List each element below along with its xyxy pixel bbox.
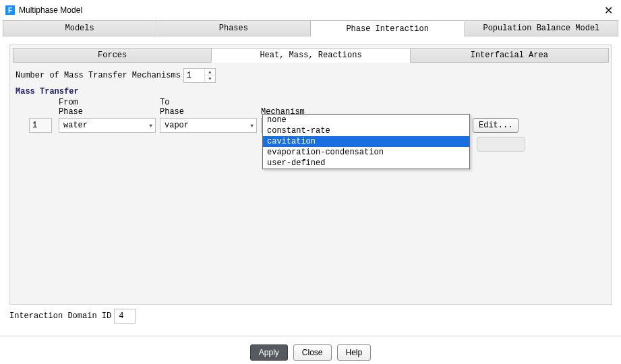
row-index: 1 bbox=[29, 118, 52, 133]
domain-id-value: 4 bbox=[119, 311, 123, 321]
main-tabs: Models Phases Phase Interaction Populati… bbox=[3, 20, 618, 36]
mechanism-option-constant-rate[interactable]: constant-rate bbox=[263, 125, 469, 136]
edit-button[interactable]: Edit... bbox=[473, 118, 519, 133]
to-phase-value: vapor bbox=[165, 121, 250, 130]
from-phase-combo[interactable]: water ▼ bbox=[59, 118, 156, 133]
domain-id-field[interactable]: 4 bbox=[114, 309, 136, 324]
close-icon[interactable]: ✕ bbox=[601, 4, 616, 17]
header-to-2: Phase bbox=[160, 107, 261, 117]
subtab-heat-mass-reactions[interactable]: Heat, Mass, Reactions bbox=[211, 48, 410, 63]
apply-button[interactable]: Apply bbox=[250, 344, 288, 361]
titlebar: F Multiphase Model ✕ bbox=[0, 0, 621, 20]
tab-phase-interaction[interactable]: Phase Interaction bbox=[311, 22, 465, 36]
mechanism-option-user-defined[interactable]: user-defined bbox=[263, 158, 469, 169]
header-to-1: To bbox=[160, 98, 261, 107]
mass-transfer-section-title: Mass Transfer bbox=[16, 87, 605, 96]
spinner-up-icon[interactable]: ▲ bbox=[205, 69, 215, 76]
chevron-down-icon: ▼ bbox=[149, 123, 152, 129]
subtab-interfacial-area[interactable]: Interfacial Area bbox=[410, 48, 609, 63]
window-title: Multiphase Model bbox=[19, 5, 601, 15]
mechanism-count-label: Number of Mass Transfer Mechanisms bbox=[16, 71, 181, 80]
app-icon: F bbox=[5, 5, 15, 15]
header-from-1: From bbox=[59, 98, 160, 107]
button-bar: Apply Close Help bbox=[0, 336, 621, 361]
subtab-forces[interactable]: Forces bbox=[13, 48, 212, 63]
spinner-down-icon[interactable]: ▼ bbox=[205, 76, 215, 83]
panel-body: Number of Mass Transfer Mechanisms ▲ ▼ M… bbox=[13, 63, 608, 154]
main-panel: Forces Heat, Mass, Reactions Interfacial… bbox=[9, 44, 612, 305]
mechanism-dropdown[interactable]: none constant-rate cavitation evaporatio… bbox=[262, 114, 470, 169]
mechanism-option-cavitation[interactable]: cavitation bbox=[263, 136, 469, 147]
tab-models[interactable]: Models bbox=[3, 21, 156, 36]
header-from-2: Phase bbox=[59, 107, 160, 117]
tab-population-balance[interactable]: Population Balance Model bbox=[465, 21, 618, 36]
to-phase-combo[interactable]: vapor ▼ bbox=[160, 118, 257, 133]
sub-tabs: Forces Heat, Mass, Reactions Interfacial… bbox=[13, 48, 608, 63]
mechanism-option-evaporation-condensation[interactable]: evaporation-condensation bbox=[263, 147, 469, 158]
from-phase-value: water bbox=[63, 121, 149, 130]
tab-phases[interactable]: Phases bbox=[156, 21, 310, 36]
help-button[interactable]: Help bbox=[337, 344, 372, 361]
mechanism-count-spinner[interactable]: ▲ ▼ bbox=[183, 68, 216, 83]
domain-id-label: Interaction Domain ID bbox=[9, 311, 111, 321]
mechanism-count-input[interactable] bbox=[184, 69, 204, 82]
mechanism-option-none[interactable]: none bbox=[263, 115, 469, 125]
footer: Interaction Domain ID 4 bbox=[9, 309, 612, 324]
disabled-button bbox=[477, 137, 525, 152]
chevron-down-icon: ▼ bbox=[250, 123, 254, 129]
close-button[interactable]: Close bbox=[293, 344, 332, 361]
